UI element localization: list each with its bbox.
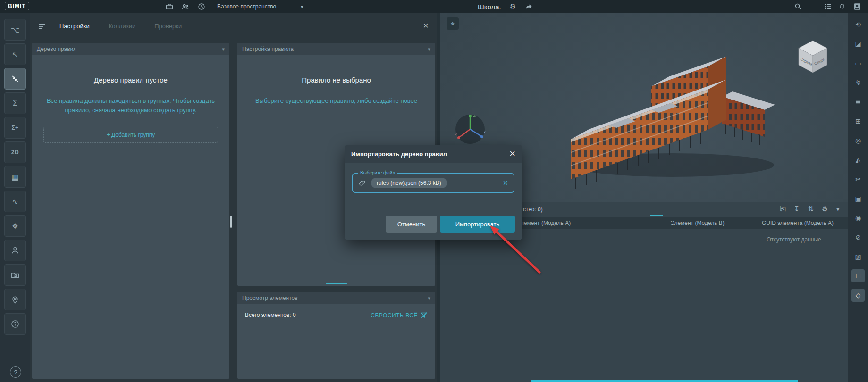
app-logo[interactable]: BIMIT <box>5 2 29 10</box>
list-view-icon[interactable] <box>824 2 833 11</box>
elements-view-panel: Просмотр элементов ▾ Всего элементов: 0 … <box>237 292 435 379</box>
column-element-b[interactable]: Элемент (Модель B) <box>648 217 747 229</box>
topbar-center-group: Школа. ⚙ <box>478 0 533 13</box>
projects-briefcase-icon[interactable] <box>165 2 174 11</box>
cancel-button[interactable]: Отменить <box>386 216 437 233</box>
focus-model-icon[interactable]: ⌖ <box>447 17 459 30</box>
2d-view-icon[interactable]: 2D <box>4 141 26 163</box>
rule-settings-header[interactable]: Настройка правила ▾ <box>237 43 435 55</box>
selection-box-icon[interactable]: ▣ <box>851 192 865 205</box>
results-toolbar: ⎘ ↧ ⇅ ⚙ ▾ <box>780 205 840 213</box>
user-avatar[interactable] <box>853 2 861 11</box>
user-location-icon[interactable] <box>4 289 26 310</box>
rule-settings-title: Настройка правила <box>242 46 294 52</box>
rules-tree-icon[interactable]: ⌥ <box>4 19 26 41</box>
graphs-glyph: ∿ <box>12 197 18 206</box>
import-button[interactable]: Импортировать <box>440 216 515 233</box>
building-model[interactable] <box>552 50 788 191</box>
layers-icon[interactable]: ≣ <box>851 95 865 108</box>
rule-settings-body: Правило не выбрано Выберите существующее… <box>237 76 435 106</box>
graphs-icon[interactable]: ∿ <box>4 191 26 212</box>
modal-close-icon[interactable]: × <box>509 149 515 159</box>
rules-tree-panel: Дерево правил ▾ Дерево правил пустое Все… <box>32 43 229 379</box>
section-cut-icon[interactable]: ✂ <box>851 173 865 186</box>
workspace-caret-icon[interactable]: ▾ <box>301 4 303 10</box>
measure-icon[interactable]: ◇ <box>851 289 865 302</box>
collisions-icon[interactable] <box>4 68 26 90</box>
elements-view-title: Просмотр элементов <box>242 295 298 301</box>
cube-view-icon[interactable]: □ <box>851 269 865 282</box>
structure-icon[interactable]: ▦ <box>4 166 26 188</box>
columns-resize-handle[interactable] <box>230 216 232 228</box>
axis-x-label: X <box>455 132 458 136</box>
panel-close-icon[interactable]: × <box>423 21 429 30</box>
sum-plus-icon[interactable]: Σ+ <box>4 117 26 139</box>
share-icon[interactable] <box>525 2 533 11</box>
reset-all-label: СБРОСИТЬ ВСЁ <box>371 312 418 319</box>
workspace-select[interactable]: Базовое пространство <box>217 3 276 10</box>
sum-icon[interactable]: Σ <box>4 92 26 114</box>
grid-icon[interactable]: ⊞ <box>851 115 865 128</box>
tab-collisions[interactable]: Коллизии <box>108 20 136 33</box>
visibility-icon[interactable]: ◉ <box>851 211 865 224</box>
tab-settings[interactable]: Настройки <box>59 20 91 33</box>
horizontal-scrollbar[interactable] <box>531 380 798 382</box>
select-glyph: ↖ <box>12 50 18 59</box>
info-icon[interactable] <box>4 313 26 335</box>
export-icon[interactable]: ↧ <box>794 205 800 213</box>
sort-icon[interactable]: ⇅ <box>808 205 814 213</box>
elements-view-header[interactable]: Просмотр элементов ▾ <box>237 292 435 304</box>
orbit-icon[interactable]: ⟲ <box>851 18 865 31</box>
projects-icon[interactable] <box>4 264 26 286</box>
copy-results-icon[interactable]: ⎘ <box>780 205 786 213</box>
project-settings-icon[interactable]: ⚙ <box>509 2 517 11</box>
select-icon[interactable]: ↖ <box>4 43 26 65</box>
section-box-icon[interactable]: ◪ <box>851 37 865 50</box>
active-tab-indicator <box>650 215 663 216</box>
ruler-icon[interactable]: ▭ <box>851 57 865 70</box>
team-icon[interactable] <box>181 2 190 11</box>
rules-tree-header[interactable]: Дерево правил ▾ <box>32 43 229 55</box>
topbar-right-group <box>794 0 861 13</box>
elements-view-caret-icon[interactable]: ▾ <box>428 295 430 301</box>
reset-filter-icon <box>421 312 428 319</box>
clear-file-icon[interactable]: × <box>503 179 508 187</box>
panel-resize-handle[interactable] <box>326 283 347 284</box>
rules-tree-glyph: ⌥ <box>11 25 19 34</box>
rule-settings-empty-hint: Выберите существующее правило, либо созд… <box>251 96 421 106</box>
table-settings-icon[interactable]: ⚙ <box>822 205 828 213</box>
results-empty-text: Отсутствуют данные <box>747 236 841 243</box>
axis-z-label: Z <box>473 114 476 118</box>
axis-gizmo[interactable]: Z X Y <box>451 110 489 148</box>
help-button[interactable]: ? <box>10 366 21 378</box>
file-input-label: Выберите файл <box>358 170 397 175</box>
rules-tree-caret-icon[interactable]: ▾ <box>222 46 225 52</box>
sum-glyph: Σ <box>13 99 17 108</box>
file-input[interactable]: Выберите файл rules (new).json (56.3 kB)… <box>352 173 514 193</box>
axis-y-label: Y <box>483 130 486 134</box>
rule-settings-empty-title: Правило не выбрано <box>237 76 435 84</box>
column-guid-a[interactable]: GUID элемента (Модель A) <box>747 217 848 229</box>
clash-icon[interactable]: ↯ <box>851 76 865 89</box>
locate-icon[interactable]: ◎ <box>851 134 865 147</box>
notifications-bell-icon[interactable] <box>838 2 846 11</box>
navigation-cube[interactable]: Справа Сзади <box>792 36 833 76</box>
rule-settings-caret-icon[interactable]: ▾ <box>428 46 430 52</box>
hide-icon[interactable]: ⊘ <box>851 231 865 244</box>
info-glyph <box>10 319 20 329</box>
collapse-panel-icon[interactable]: ▾ <box>836 205 840 213</box>
panel-tabbar: Настройки Коллизии Проверки × <box>30 13 437 40</box>
add-group-button[interactable]: + Добавить группу <box>43 127 218 143</box>
plugins-icon[interactable]: ❖ <box>4 215 26 237</box>
history-icon[interactable] <box>197 2 206 11</box>
screenshot-icon[interactable]: ▨ <box>851 250 865 263</box>
tab-checks[interactable]: Проверки <box>153 20 183 33</box>
filter-sort-icon[interactable] <box>38 22 46 31</box>
user-icon[interactable] <box>4 240 26 261</box>
shaded-view-icon[interactable]: ◭ <box>851 153 865 166</box>
user-glyph <box>10 246 20 255</box>
search-icon[interactable] <box>794 2 802 11</box>
reset-all-button[interactable]: СБРОСИТЬ ВСЁ <box>371 312 428 319</box>
elements-view-body: Всего элементов: 0 СБРОСИТЬ ВСЁ <box>237 304 435 319</box>
selected-file-chip[interactable]: rules (new).json (56.3 kB) <box>371 178 447 188</box>
